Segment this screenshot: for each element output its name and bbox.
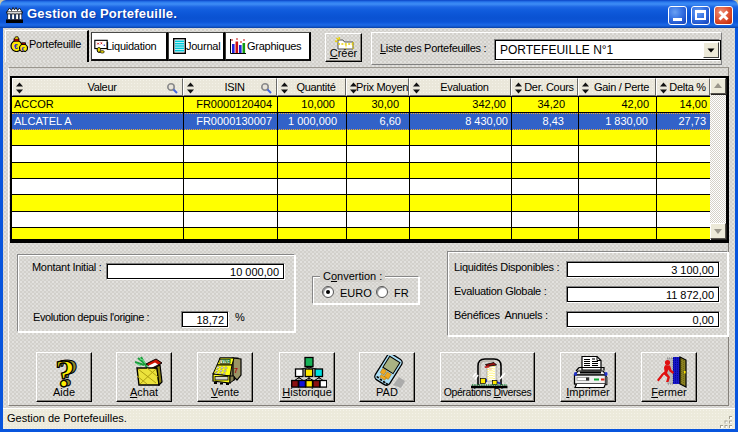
svg-text:€: € [22, 46, 25, 52]
svg-text:€: € [14, 43, 18, 50]
svg-text:VNR: VNR [221, 359, 231, 364]
svg-text:7: 7 [234, 367, 238, 374]
